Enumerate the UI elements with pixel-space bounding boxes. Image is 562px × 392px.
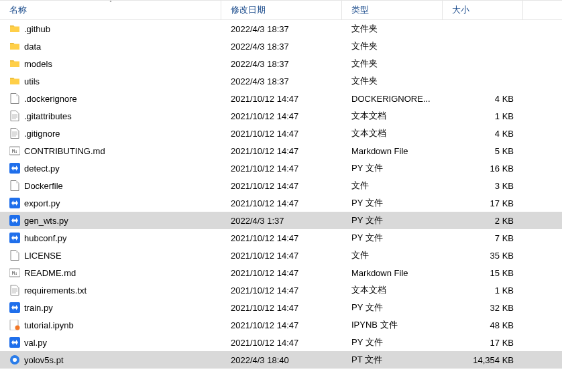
file-row[interactable]: data2022/4/3 18:37文件夹 [0,38,562,55]
file-row[interactable]: detect.py2021/10/12 14:47PY 文件16 KB [0,159,562,177]
column-header-type-label: 类型 [351,4,369,16]
file-type-cell: 文件夹 [342,75,443,87]
file-row[interactable]: yolov5s.pt2022/4/3 18:40PT 文件14,354 KB [0,351,562,369]
file-name-label: hubconf.py [24,233,67,243]
file-type-cell: 文本文档 [342,110,443,122]
py-icon [9,233,20,243]
file-icon [9,180,20,191]
file-size-cell: 32 KB [443,303,523,313]
file-size-cell: 48 KB [443,320,523,330]
file-name-cell: .gitignore [0,128,221,139]
py-icon [9,337,20,348]
file-name-label: train.py [24,303,53,313]
column-header-date-label: 修改日期 [231,4,266,16]
file-name-cell: M↓README.md [0,267,221,278]
file-type-cell: Markdown File [342,146,443,156]
py-icon [9,215,20,226]
file-name-cell: .gitattributes [0,111,221,121]
file-date-cell: 2021/10/12 14:47 [221,268,342,278]
file-row[interactable]: hubconf.py2021/10/12 14:47PY 文件7 KB [0,229,562,247]
column-header-name[interactable]: 名称 ˄ [0,1,221,19]
file-name-cell: .github [0,23,221,34]
file-name-label: CONTRIBUTING.md [24,146,105,156]
file-row[interactable]: train.py2021/10/12 14:47PY 文件32 KB [0,299,562,316]
file-type-cell: 文件 [342,249,443,261]
file-row[interactable]: M↓CONTRIBUTING.md2021/10/12 14:47Markdow… [0,142,562,159]
file-name-label: LICENSE [24,251,62,261]
file-date-cell: 2021/10/12 14:47 [221,285,342,296]
column-header-row: 名称 ˄ 修改日期 类型 大小 [0,0,562,20]
file-size-cell: 17 KB [443,198,523,208]
file-type-cell: 文件夹 [342,40,443,52]
file-date-cell: 2021/10/12 14:47 [221,303,342,313]
file-row[interactable]: .github2022/4/3 18:37文件夹 [0,20,562,38]
file-date-cell: 2021/10/12 14:47 [221,181,342,191]
pt-icon [9,354,20,365]
file-name-label: data [24,42,41,52]
file-size-cell: 15 KB [443,268,523,278]
file-row[interactable]: tutorial.ipynb2021/10/12 14:47IPYNB 文件48… [0,316,562,334]
file-name-cell: export.py [0,198,221,208]
file-list: .github2022/4/3 18:37文件夹data2022/4/3 18:… [0,20,562,369]
file-size-cell: 5 KB [443,146,523,156]
file-name-label: README.md [24,268,76,278]
svg-text:M↓: M↓ [12,149,17,154]
file-date-cell: 2021/10/12 14:47 [221,233,342,243]
folder-icon [9,41,20,52]
file-row[interactable]: export.py2021/10/12 14:47PY 文件17 KB [0,194,562,212]
file-type-cell: PY 文件 [342,232,443,244]
file-row[interactable]: LICENSE2021/10/12 14:47文件35 KB [0,247,562,264]
sort-ascending-icon: ˄ [109,0,112,6]
file-type-cell: PY 文件 [342,197,443,209]
file-name-label: detect.py [24,164,60,174]
column-header-size[interactable]: 大小 [443,1,523,19]
file-type-cell: PY 文件 [342,214,443,226]
svg-point-10 [15,326,20,330]
column-header-name-label: 名称 [9,4,27,16]
file-row[interactable]: .gitattributes2021/10/12 14:47文本文档1 KB [0,107,562,125]
file-size-cell: 4 KB [443,94,523,104]
file-name-cell: gen_wts.py [0,215,221,226]
file-row[interactable]: utils2022/4/3 18:37文件夹 [0,72,562,90]
file-size-cell: 7 KB [443,233,523,243]
file-date-cell: 2021/10/12 14:47 [221,146,342,156]
file-name-label: yolov5s.pt [24,355,64,365]
file-type-cell: 文本文档 [342,284,443,296]
file-row[interactable]: .gitignore2021/10/12 14:47文本文档4 KB [0,125,562,142]
file-name-cell: train.py [0,302,221,313]
file-type-cell: IPYNB 文件 [342,319,443,331]
file-name-label: requirements.txt [24,285,87,296]
py-icon [9,302,20,313]
file-row[interactable]: .dockerignore2021/10/12 14:47DOCKERIGNOR… [0,90,562,107]
file-name-cell: data [0,41,221,52]
file-date-cell: 2021/10/12 14:47 [221,338,342,348]
file-name-label: .gitattributes [24,111,72,121]
file-type-cell: DOCKERIGNORE... [342,94,443,104]
file-name-cell: detect.py [0,163,221,174]
file-name-label: .gitignore [24,129,60,139]
file-row[interactable]: M↓README.md2021/10/12 14:47Markdown File… [0,264,562,281]
file-date-cell: 2021/10/12 14:47 [221,129,342,139]
file-size-cell: 16 KB [443,164,523,174]
file-type-cell: PY 文件 [342,302,443,314]
file-name-cell: tutorial.ipynb [0,320,221,330]
file-type-cell: 文件 [342,180,443,192]
file-size-cell: 4 KB [443,129,523,139]
file-row[interactable]: val.py2021/10/12 14:47PY 文件17 KB [0,334,562,351]
file-name-cell: hubconf.py [0,233,221,243]
file-type-cell: 文件夹 [342,23,443,35]
file-row[interactable]: Dockerfile2021/10/12 14:47文件3 KB [0,177,562,194]
file-name-cell: utils [0,76,221,86]
file-date-cell: 2022/4/3 18:37 [221,59,342,69]
file-row[interactable]: gen_wts.py2022/4/3 1:37PY 文件2 KB [0,212,562,229]
file-name-label: models [24,59,52,69]
file-name-label: val.py [24,338,47,348]
file-name-cell: models [0,58,221,69]
file-row[interactable]: requirements.txt2021/10/12 14:47文本文档1 KB [0,281,562,299]
column-header-date[interactable]: 修改日期 [221,1,342,19]
file-size-cell: 35 KB [443,251,523,261]
column-header-type[interactable]: 类型 [342,1,443,19]
file-row[interactable]: models2022/4/3 18:37文件夹 [0,55,562,72]
file-name-label: Dockerfile [24,181,63,191]
md-icon: M↓ [9,145,20,156]
